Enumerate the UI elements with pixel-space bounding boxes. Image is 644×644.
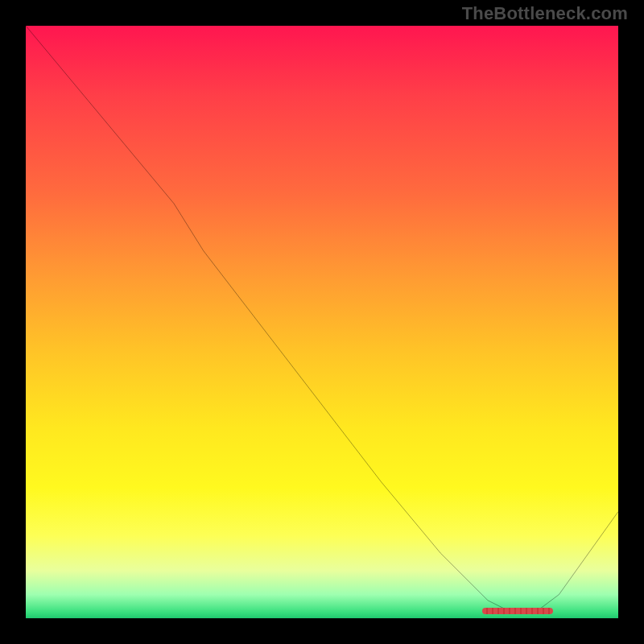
- chart-plot-area: [26, 26, 618, 618]
- curve-path: [26, 26, 618, 613]
- optimal-range-marker: [482, 608, 553, 614]
- bottleneck-curve: [26, 26, 618, 618]
- watermark-text: TheBottleneck.com: [462, 3, 628, 24]
